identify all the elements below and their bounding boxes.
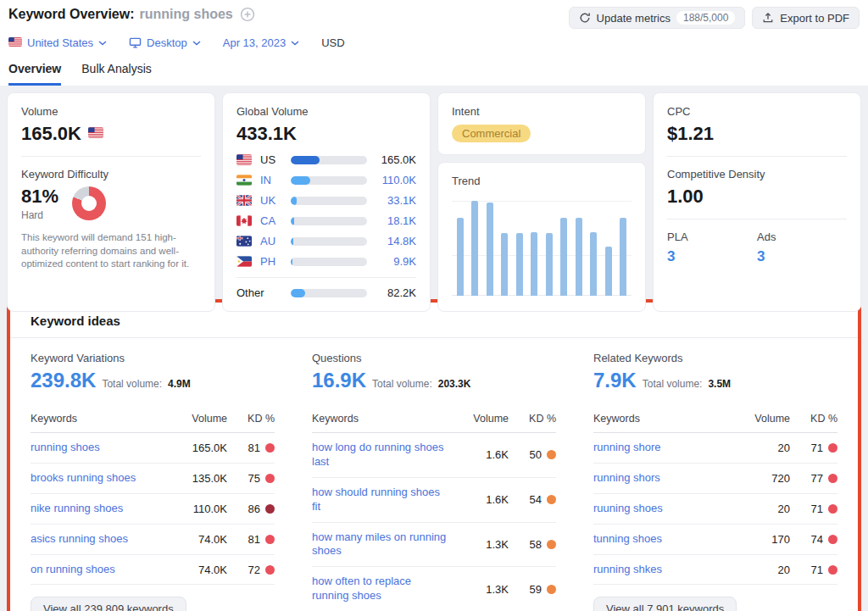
country-volume[interactable]: 9.9K <box>372 255 416 268</box>
keyword-link[interactable]: how many miles on running shoes <box>312 530 449 559</box>
view-all-button[interactable]: View all 239,809 keywords <box>31 597 186 611</box>
volume-bar <box>291 217 367 225</box>
keyword-link[interactable]: how long do running shoes last <box>312 441 449 469</box>
keyword-difficulty-cell: 72 <box>234 564 275 576</box>
topbar: Keyword Overview: running shoes Update m… <box>0 0 868 86</box>
keyword-link[interactable]: running shkes <box>593 563 731 577</box>
column-count[interactable]: 7.9K <box>593 369 637 392</box>
pla-label: PLA <box>667 231 757 243</box>
keyword-link[interactable]: tunning shoes <box>593 532 731 547</box>
kd-dot-icon <box>547 540 556 549</box>
kd-dot-icon <box>265 443 275 453</box>
keyword-link[interactable]: how often to replace running shoes <box>312 575 449 603</box>
difficulty-label: Keyword Difficulty <box>21 168 201 181</box>
kd-column-header: KD % <box>515 413 556 425</box>
keyword-volume: 1.3K <box>456 538 509 551</box>
keyword-volume: 110.0K <box>175 503 227 515</box>
global-volume-rows: US165.0KIN110.0KUK33.1KCA18.1KAU14.8KPH9… <box>236 153 416 299</box>
tab-bulk-analysis[interactable]: Bulk Analysis <box>81 62 151 86</box>
intent-label: Intent <box>452 105 632 118</box>
device-filter[interactable]: Desktop <box>129 36 201 49</box>
flag-us-icon <box>8 36 22 49</box>
country-filter[interactable]: United States <box>8 36 107 49</box>
divider <box>667 156 847 157</box>
table-row: how often to replace running shoes1.3K59 <box>312 567 556 611</box>
country-label: US <box>260 153 286 166</box>
keyword-link[interactable]: running shoes <box>31 441 168 455</box>
keyword-volume: 74.0K <box>175 533 227 546</box>
keyword-link[interactable]: running shore <box>593 441 731 455</box>
country-label[interactable]: IN <box>260 174 286 186</box>
difficulty-value: 81% <box>21 186 58 208</box>
keywords-column-header: Keywords <box>312 413 449 425</box>
trend-bar <box>560 218 567 296</box>
column-count[interactable]: 16.9K <box>312 369 366 392</box>
trend-bar <box>457 218 464 296</box>
kd-dot-icon <box>265 565 275 575</box>
refresh-icon <box>579 12 591 24</box>
table-row: running shkes2071 <box>593 555 837 586</box>
tab-overview[interactable]: Overview <box>8 62 61 86</box>
total-volume-value: 4.9M <box>168 378 191 390</box>
view-all-button[interactable]: View all 7,901 keywords <box>593 597 737 611</box>
column-name: Related Keywords <box>593 352 837 364</box>
kd-column-header: KD % <box>797 413 837 425</box>
keyword-link[interactable]: how should running shoes fit <box>312 486 449 514</box>
country-volume[interactable]: 14.8K <box>372 235 416 247</box>
kd-dot-icon <box>547 585 556 594</box>
page-title-label: Keyword Overview: <box>8 7 135 22</box>
competitive-density-value: 1.00 <box>667 186 847 208</box>
keyword-link[interactable]: running shors <box>593 471 731 486</box>
table-row: ruuning shoes2071 <box>593 494 837 525</box>
country-label[interactable]: CA <box>260 214 286 227</box>
divider <box>21 156 201 157</box>
pla-value[interactable]: 3 <box>667 248 757 265</box>
country-volume[interactable]: 110.0K <box>372 174 416 186</box>
trend-label: Trend <box>452 175 632 187</box>
country-label[interactable]: UK <box>260 194 286 207</box>
date-filter[interactable]: Apr 13, 2023 <box>223 36 299 49</box>
country-label[interactable]: AU <box>260 235 286 247</box>
trend-bar <box>501 233 508 296</box>
kd-dot-icon <box>828 474 837 483</box>
keyword-link[interactable]: ruuning shoes <box>593 502 731 516</box>
update-metrics-button[interactable]: Update metrics 188/5,000 <box>569 7 746 29</box>
keyword-difficulty-cell: 71 <box>797 442 837 454</box>
kd-dot-icon <box>265 474 275 483</box>
cpc-card: CPC $1.21 Competitive Density 1.00 PLA 3… <box>653 92 861 312</box>
country-volume[interactable]: 18.1K <box>372 214 416 227</box>
keywords-column-header: Keywords <box>31 413 168 425</box>
keyword-link[interactable]: nike running shoes <box>31 502 168 516</box>
keyword-link[interactable]: brooks running shoes <box>31 471 168 486</box>
device-filter-label: Desktop <box>147 36 187 49</box>
intent-badge: Commercial <box>452 125 531 142</box>
table-header: Keywords Volume KD % <box>593 413 837 433</box>
table-row: how long do running shoes last1.6K50 <box>312 433 556 478</box>
table-rows: how long do running shoes last1.6K50how … <box>312 433 556 611</box>
keyword-volume: 1.6K <box>456 448 509 461</box>
country-volume: 82.2K <box>372 286 416 299</box>
volume-value: 165.0K <box>21 123 201 145</box>
table-row: on running shoes74.0K72 <box>31 555 275 586</box>
keyword-link[interactable]: on running shoes <box>31 563 168 577</box>
column-count[interactable]: 239.8K <box>31 369 96 392</box>
table-header: Keywords Volume KD % <box>31 413 275 433</box>
volume-difficulty-card: Volume 165.0K Keyword Difficulty 81% Har… <box>7 92 215 312</box>
ads-value[interactable]: 3 <box>757 248 847 265</box>
total-volume-value: 203.3K <box>438 378 471 390</box>
keyword-volume: 74.0K <box>175 564 227 576</box>
column-name: Questions <box>312 352 556 364</box>
keyword-volume: 20 <box>737 564 790 576</box>
kd-dot-icon <box>547 450 556 459</box>
global-volume-value: 433.1K <box>236 123 416 145</box>
global-volume-row: UK33.1K <box>236 194 416 207</box>
keyword-link[interactable]: asics running shoes <box>31 532 168 547</box>
add-keyword-plus-icon[interactable] <box>240 7 255 22</box>
table-header: Keywords Volume KD % <box>312 413 556 433</box>
country-volume[interactable]: 33.1K <box>372 194 416 207</box>
country-label[interactable]: PH <box>260 255 286 268</box>
trend-bar <box>546 233 553 296</box>
country-label: Other <box>236 286 281 299</box>
trend-card: Trend <box>437 162 646 312</box>
export-pdf-button[interactable]: Export to PDF <box>752 7 860 29</box>
